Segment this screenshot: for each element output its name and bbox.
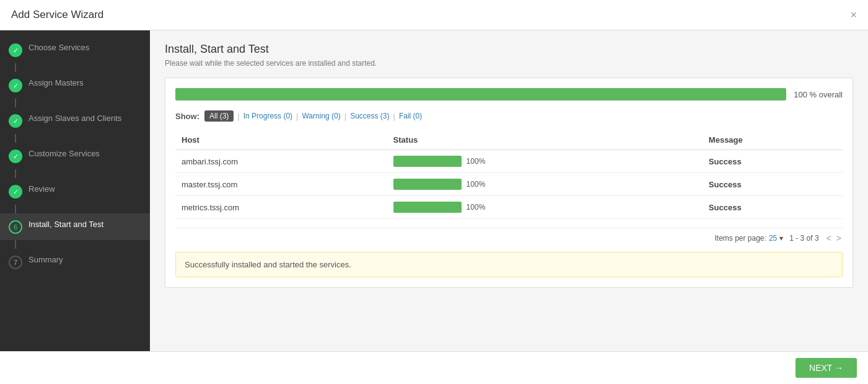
step-circle-6: 6	[9, 220, 22, 234]
next-button[interactable]: NEXT →	[796, 358, 857, 378]
main-content: Install, Start and Test Please wait whil…	[150, 30, 868, 351]
filter-all[interactable]: All (3)	[204, 110, 234, 122]
modal-body: ✓ Choose Services ✓ Assign Masters ✓ Ass…	[0, 30, 868, 351]
step-connector-2	[15, 99, 16, 107]
cell-status: 100%	[387, 150, 703, 173]
col-status: Status	[387, 130, 703, 150]
pagination-row: Items per page: 25 ▾ 1 - 3 of 3 < >	[175, 228, 843, 243]
sidebar-item-assign-slaves[interactable]: ✓ Assign Slaves and Clients	[0, 107, 150, 134]
close-button[interactable]: ×	[850, 9, 857, 20]
filter-row: Show: All (3) | In Progress (0) | Warnin…	[175, 110, 843, 122]
success-message: Successfully installed and started the s…	[175, 252, 843, 277]
table-row: metrics.tssj.com 100% Success	[175, 196, 843, 219]
filter-in-progress[interactable]: In Progress (0)	[243, 112, 292, 120]
step-label-1: Choose Services	[28, 43, 89, 53]
modal-title: Add Service Wizard	[11, 9, 103, 21]
cell-message: Success	[703, 173, 843, 196]
filter-show-label: Show:	[175, 112, 199, 121]
sep-1: |	[237, 112, 239, 121]
sidebar-item-customize-services[interactable]: ✓ Customize Services	[0, 143, 150, 169]
sidebar-item-choose-services[interactable]: ✓ Choose Services	[0, 37, 150, 63]
prev-page-button[interactable]: <	[825, 233, 833, 243]
host-bar-container: 100%	[393, 202, 696, 213]
page-title: Install, Start and Test	[165, 43, 853, 56]
per-page-select[interactable]: 25	[769, 234, 777, 243]
overall-bar-container	[175, 88, 786, 100]
items-per-page-label: Items per page:	[715, 234, 766, 243]
cell-message: Success	[703, 150, 843, 173]
filter-fail[interactable]: Fail (0)	[399, 112, 422, 120]
step-connector-3	[15, 134, 16, 143]
filter-success[interactable]: Success (3)	[350, 112, 389, 120]
host-percent: 100%	[467, 180, 486, 189]
cell-status: 100%	[387, 196, 703, 219]
sidebar-item-summary[interactable]: 7 Summary	[0, 249, 150, 275]
cell-status: 100%	[387, 173, 703, 196]
step-connector-6	[15, 240, 16, 249]
modal-container: Add Service Wizard × ✓ Choose Services ✓…	[0, 0, 868, 384]
overall-bar-fill	[175, 88, 786, 100]
host-percent: 100%	[467, 203, 486, 212]
step-circle-5: ✓	[9, 185, 22, 199]
cell-message: Success	[703, 196, 843, 219]
chevron-down-icon: ▾	[779, 234, 783, 243]
cell-host: ambari.tssj.com	[175, 150, 387, 173]
page-nav: < >	[825, 233, 843, 243]
col-host: Host	[175, 130, 387, 150]
sep-3: |	[344, 112, 346, 121]
step-connector-4	[15, 169, 16, 178]
step-label-3: Assign Slaves and Clients	[28, 114, 121, 124]
overall-progress-row: 100 % overall	[175, 88, 843, 100]
items-per-page: Items per page: 25 ▾	[715, 234, 784, 243]
step-label-4: Customize Services	[28, 149, 100, 159]
modal-header: Add Service Wizard ×	[0, 0, 868, 30]
step-label-5: Review	[28, 184, 55, 195]
overall-percent: 100 % overall	[794, 90, 843, 99]
sep-4: |	[393, 112, 395, 121]
cell-host: master.tssj.com	[175, 173, 387, 196]
col-message: Message	[703, 130, 843, 150]
table-row: ambari.tssj.com 100% Success	[175, 150, 843, 173]
sep-2: |	[296, 112, 298, 121]
step-connector-5	[15, 205, 16, 213]
table-row: master.tssj.com 100% Success	[175, 173, 843, 196]
sidebar-item-assign-masters[interactable]: ✓ Assign Masters	[0, 72, 150, 99]
host-bar-container: 100%	[393, 156, 696, 167]
step-circle-3: ✓	[9, 114, 22, 128]
page-subtitle: Please wait while the selected services …	[165, 59, 853, 68]
modal-footer: NEXT →	[0, 351, 868, 384]
step-circle-2: ✓	[9, 79, 22, 92]
sidebar: ✓ Choose Services ✓ Assign Masters ✓ Ass…	[0, 30, 150, 351]
cell-host: metrics.tssj.com	[175, 196, 387, 219]
step-label-2: Assign Masters	[28, 78, 84, 89]
filter-warning[interactable]: Warning (0)	[302, 112, 340, 120]
step-connector-1	[15, 63, 16, 72]
step-label-6: Install, Start and Test	[28, 220, 103, 230]
step-label-7: Summary	[28, 255, 63, 266]
step-circle-1: ✓	[9, 43, 22, 57]
content-panel: 100 % overall Show: All (3) | In Progres…	[165, 78, 853, 288]
host-bar	[393, 202, 462, 213]
sidebar-item-review[interactable]: ✓ Review	[0, 178, 150, 205]
host-bar-container: 100%	[393, 179, 696, 190]
host-percent: 100%	[467, 157, 486, 166]
page-range: 1 - 3 of 3	[789, 234, 818, 243]
step-circle-4: ✓	[9, 150, 22, 163]
sidebar-item-install-start-test[interactable]: 6 Install, Start and Test	[0, 213, 150, 240]
next-page-button[interactable]: >	[835, 233, 843, 243]
data-table: Host Status Message ambari.tssj.com 100%…	[175, 130, 843, 219]
step-circle-7: 7	[9, 256, 22, 269]
host-bar	[393, 179, 462, 190]
host-bar	[393, 156, 462, 167]
